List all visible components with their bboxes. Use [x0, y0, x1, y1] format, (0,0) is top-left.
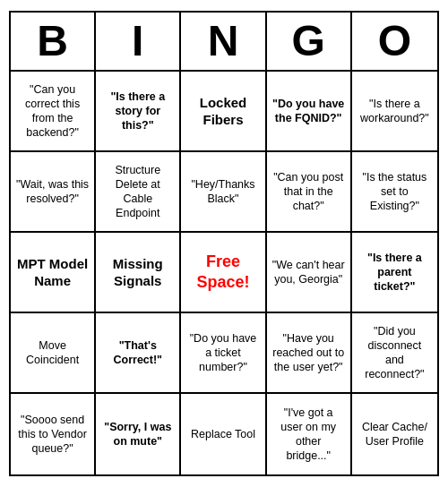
bingo-letter-o: O [352, 13, 437, 70]
cell-text-13: "We can't hear you, Georgia" [272, 258, 345, 287]
cell-text-8: "Can you post that in the chat?" [272, 170, 345, 214]
cell-text-21: "Sorry, I was on mute" [101, 420, 174, 449]
cell-text-1: "Is there a story for this?" [101, 90, 174, 133]
cell-text-10: MPT Model Name [16, 255, 89, 290]
bingo-cell-5: "Wait, was this resolved?" [11, 152, 96, 233]
bingo-cell-24: Clear Cache/ User Profile [352, 394, 437, 474]
bingo-cell-3: "Do you have the FQNID?" [267, 72, 352, 152]
bingo-cell-22: Replace Tool [181, 394, 266, 474]
cell-text-15: Move Coincident [16, 338, 89, 368]
bingo-cell-11: Missing Signals [96, 233, 181, 313]
cell-text-4: "Is there a workaround?" [358, 97, 432, 126]
bingo-cell-0: "Can you correct this from the backend?" [11, 72, 96, 152]
bingo-cell-16: "That's Correct!" [96, 313, 181, 394]
bingo-cell-6: Structure Delete at Cable Endpoint [96, 152, 181, 233]
bingo-cell-20: "Soooo send this to Vendor queue?" [11, 394, 96, 474]
bingo-cell-1: "Is there a story for this?" [96, 72, 181, 152]
cell-text-0: "Can you correct this from the backend?" [16, 82, 89, 141]
bingo-cell-4: "Is there a workaround?" [352, 72, 437, 152]
bingo-cell-23: "I've got a user on my other bridge..." [267, 394, 352, 474]
cell-text-5: "Wait, was this resolved?" [16, 177, 89, 207]
bingo-letter-b: B [11, 13, 96, 70]
cell-text-22: Replace Tool [191, 427, 255, 441]
cell-text-12: Free Space! [186, 252, 259, 294]
bingo-cell-21: "Sorry, I was on mute" [96, 394, 181, 474]
cell-text-6: Structure Delete at Cable Endpoint [101, 163, 174, 221]
bingo-cell-15: Move Coincident [11, 313, 96, 394]
bingo-letter-i: I [96, 13, 181, 70]
cell-text-23: "I've got a user on my other bridge..." [272, 406, 345, 464]
cell-text-14: "Is there a parent ticket?" [358, 251, 432, 295]
bingo-header: BINGO [11, 13, 437, 72]
cell-text-17: "Do you have a ticket number?" [186, 331, 259, 375]
cell-text-7: "Hey/Thanks Black" [186, 177, 259, 207]
bingo-cell-18: "Have you reached out to the user yet?" [267, 313, 352, 394]
cell-text-16: "That's Correct!" [101, 338, 174, 368]
bingo-cell-10: MPT Model Name [11, 233, 96, 313]
bingo-letter-g: G [267, 13, 352, 70]
bingo-cell-17: "Do you have a ticket number?" [181, 313, 266, 394]
bingo-letter-n: N [181, 13, 266, 70]
bingo-cell-9: "Is the status set to Existing?" [352, 152, 437, 233]
cell-text-24: Clear Cache/ User Profile [358, 420, 432, 449]
cell-text-20: "Soooo send this to Vendor queue?" [16, 413, 89, 457]
bingo-card: BINGO "Can you correct this from the bac… [9, 11, 439, 476]
cell-text-19: "Did you disconnect and reconnect?" [358, 324, 432, 382]
bingo-cell-8: "Can you post that in the chat?" [267, 152, 352, 233]
cell-text-2: Locked Fibers [186, 94, 259, 129]
bingo-cell-12: Free Space! [181, 233, 266, 313]
cell-text-3: "Do you have the FQNID?" [272, 97, 345, 126]
cell-text-11: Missing Signals [101, 255, 174, 290]
cell-text-18: "Have you reached out to the user yet?" [272, 331, 345, 375]
bingo-cell-19: "Did you disconnect and reconnect?" [352, 313, 437, 394]
bingo-cell-2: Locked Fibers [181, 72, 266, 152]
cell-text-9: "Is the status set to Existing?" [358, 170, 432, 214]
bingo-grid: "Can you correct this from the backend?"… [11, 72, 437, 474]
bingo-cell-13: "We can't hear you, Georgia" [267, 233, 352, 313]
bingo-cell-14: "Is there a parent ticket?" [352, 233, 437, 313]
bingo-cell-7: "Hey/Thanks Black" [181, 152, 266, 233]
